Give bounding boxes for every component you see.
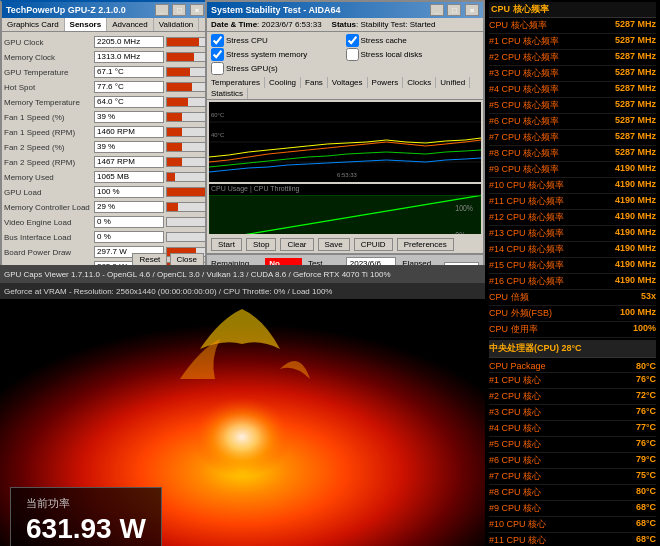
- gpuz-row-label: Memory Used: [4, 173, 94, 182]
- gpuz-row-value: 39 %: [94, 141, 164, 153]
- stability-nav-save-btn[interactable]: Save: [318, 238, 350, 251]
- gpuz-close-btn[interactable]: ×: [190, 4, 204, 16]
- gpuz-minimize-btn[interactable]: _: [155, 4, 169, 16]
- right-section-header-20: 中央处理器(CPU) 28°C: [489, 340, 656, 358]
- svg-text:60°C: 60°C: [211, 112, 225, 118]
- cpu-info-row: CPU 使用率100%: [489, 322, 656, 338]
- cpu-row-label: #1 CPU 核心: [489, 374, 541, 387]
- gpuz-bar: [166, 142, 206, 152]
- stability-tab-voltages[interactable]: Voltages: [328, 77, 368, 88]
- datetime-value: 2023/6/7 6:53:33: [262, 20, 322, 29]
- gpuz-row-value: 0 %: [94, 231, 164, 243]
- test-option-checkbox[interactable]: [346, 48, 359, 61]
- gpuz-tab-graphics-card[interactable]: Graphics Card: [2, 18, 65, 31]
- gpuz-tab-advanced[interactable]: Advanced: [107, 18, 154, 31]
- cpu-row-value: 4190 MHz: [615, 211, 656, 224]
- stability-tab-fans[interactable]: Fans: [301, 77, 328, 88]
- stability-maximize-btn[interactable]: □: [447, 4, 461, 16]
- stability-nav-stop-btn[interactable]: Stop: [246, 238, 276, 251]
- power-label: 当前功率: [26, 496, 146, 511]
- svg-text:40°C: 40°C: [211, 132, 225, 138]
- cpu-row-label: #14 CPU 核心频率: [489, 243, 564, 256]
- test-option-checkbox[interactable]: [211, 48, 224, 61]
- bottom-info-bar: GPU Caps Viewer 1.7.11.0 - OpenGL 4.6 / …: [0, 265, 485, 283]
- cpu-info-row: #2 CPU 核心72°C: [489, 389, 656, 405]
- cpu-info-panel: CPU 核心频率CPU 核心频率5287 MHz#1 CPU 核心频率5287 …: [485, 0, 660, 546]
- stability-minimize-btn[interactable]: _: [430, 4, 444, 16]
- test-option-stress-gpu(s)[interactable]: Stress GPU(s): [211, 62, 345, 75]
- stability-nav-start-btn[interactable]: Start: [211, 238, 242, 251]
- stability-nav-bar: StartStopClearSaveCPUIDPreferences: [207, 236, 483, 254]
- stability-tab-powers[interactable]: Powers: [368, 77, 404, 88]
- stability-tab-cooling[interactable]: Cooling: [265, 77, 301, 88]
- gpuz-bar: [166, 172, 206, 182]
- cpu-row-label: #3 CPU 核心频率: [489, 67, 559, 80]
- gpuz-row: Bus Interface Load0 %: [4, 230, 206, 244]
- test-option-stress-cache[interactable]: Stress cache: [346, 34, 480, 47]
- gpu-caps-bar: Geforce at VRAM - Resolution: 2560x1440 …: [0, 283, 485, 299]
- cpu-info-row: #1 CPU 核心76°C: [489, 373, 656, 389]
- cpu-row-value: 5287 MHz: [615, 99, 656, 112]
- stability-close-btn[interactable]: ×: [465, 4, 479, 16]
- gpuz-row-value: 100 %: [94, 186, 164, 198]
- gpuz-maximize-btn[interactable]: □: [172, 4, 186, 16]
- stability-nav-clear-btn[interactable]: Clear: [280, 238, 313, 251]
- stability-title: System Stability Test - AIDA64: [211, 5, 341, 15]
- gpuz-row: Hot Spot77.6 °C: [4, 80, 206, 94]
- cpu-row-label: #10 CPU 核心频率: [489, 179, 564, 192]
- gpuz-tab-sensors[interactable]: Sensors: [65, 18, 108, 31]
- stability-nav-preferences-btn[interactable]: Preferences: [397, 238, 454, 251]
- cpu-row-label: #12 CPU 核心频率: [489, 211, 564, 224]
- cpu-row-label: #11 CPU 核心频率: [489, 195, 564, 208]
- cpu-info-row: #5 CPU 核心76°C: [489, 437, 656, 453]
- gpuz-row: GPU Temperature67.1 °C: [4, 65, 206, 79]
- cpu-info-row: #8 CPU 核心频率5287 MHz: [489, 146, 656, 162]
- gpuz-row-value: 0 %: [94, 216, 164, 228]
- cpu-row-label: #8 CPU 核心: [489, 486, 541, 499]
- status-section: Status: Stability Test: Started: [332, 20, 436, 29]
- stability-nav-cpuid-btn[interactable]: CPUID: [354, 238, 393, 251]
- status-value: Stability Test: Started: [361, 20, 436, 29]
- cpu-row-label: CPU Package: [489, 361, 546, 371]
- cpu-info-row: CPU 外频(FSB)100 MHz: [489, 306, 656, 322]
- cpu-info-row: #10 CPU 核心频率4190 MHz: [489, 178, 656, 194]
- stability-tab-clocks[interactable]: Clocks: [403, 77, 436, 88]
- test-option-checkbox[interactable]: [211, 62, 224, 75]
- test-option-label: Stress cache: [361, 36, 407, 45]
- power-value: 631.93 W: [26, 513, 146, 545]
- test-option-label: Stress CPU: [226, 36, 268, 45]
- stability-tab-unified[interactable]: Unified: [436, 77, 470, 88]
- cpu-info-row: #3 CPU 核心频率5287 MHz: [489, 66, 656, 82]
- test-option-checkbox[interactable]: [346, 34, 359, 47]
- stability-tab-statistics[interactable]: Statistics: [207, 88, 248, 99]
- cpu-row-label: #2 CPU 核心: [489, 390, 541, 403]
- gpuz-row-value: 1065 MB: [94, 171, 164, 183]
- test-option-stress-system-memory[interactable]: Stress system memory: [211, 48, 345, 61]
- svg-text:0%: 0%: [455, 231, 465, 234]
- test-option-stress-cpu[interactable]: Stress CPU: [211, 34, 345, 47]
- gpuz-row: Memory Temperature64.0 °C: [4, 95, 206, 109]
- cpu-row-label: #15 CPU 核心频率: [489, 259, 564, 272]
- cpu-info-row: #6 CPU 核心频率5287 MHz: [489, 114, 656, 130]
- cpu-row-value: 5287 MHz: [615, 67, 656, 80]
- cpu-info-row: CPU 核心频率5287 MHz: [489, 18, 656, 34]
- test-option-stress-local-disks[interactable]: Stress local disks: [346, 48, 480, 61]
- gpuz-bar: [166, 187, 206, 197]
- cpu-row-value: 72°C: [636, 390, 656, 403]
- stability-tab-temperatures[interactable]: Temperatures: [207, 77, 265, 88]
- cpu-row-label: #6 CPU 核心: [489, 454, 541, 467]
- cpu-info-row: #14 CPU 核心频率4190 MHz: [489, 242, 656, 258]
- gpuz-row: Fan 1 Speed (RPM)1460 RPM: [4, 125, 206, 139]
- gpuz-row-label: Memory Temperature: [4, 98, 94, 107]
- cpu-row-label: #3 CPU 核心: [489, 406, 541, 419]
- gpuz-row: Memory Clock1313.0 MHz: [4, 50, 206, 64]
- cpu-row-label: #9 CPU 核心: [489, 502, 541, 515]
- cpu-info-row: CPU Package80°C: [489, 360, 656, 373]
- gpuz-bar: [166, 202, 206, 212]
- gpuz-bar: [166, 37, 206, 47]
- cpu-row-label: #7 CPU 核心频率: [489, 131, 559, 144]
- test-option-checkbox[interactable]: [211, 34, 224, 47]
- status-label: Status: [332, 20, 356, 29]
- cpu-row-label: #2 CPU 核心频率: [489, 51, 559, 64]
- gpuz-tab-validation[interactable]: Validation: [154, 18, 200, 31]
